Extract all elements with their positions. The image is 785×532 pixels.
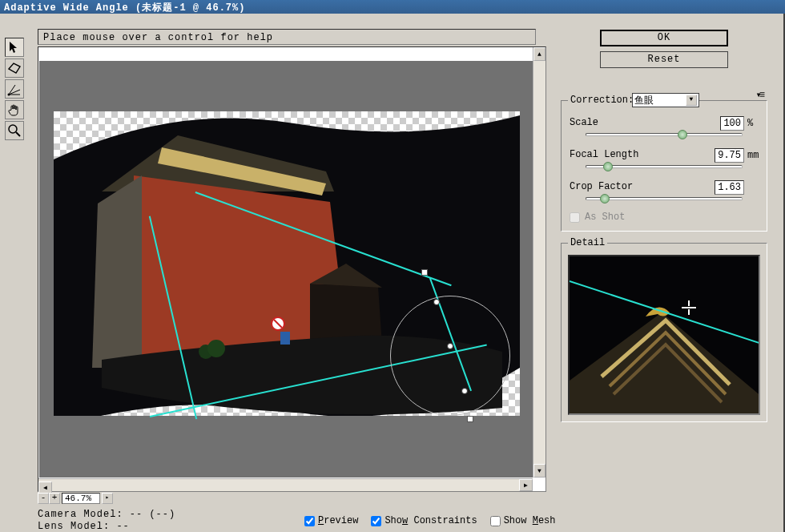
scroll-right-icon[interactable]: ▶ <box>519 479 533 491</box>
as-shot-checkbox: As Shot <box>570 212 759 223</box>
correction-select[interactable]: 鱼眼 ▼ <box>632 93 699 107</box>
detail-label: Detail <box>568 237 607 248</box>
focal-length-slider[interactable] <box>586 165 743 168</box>
canvas-panel: ▲ ▼ ◀ ▶ <box>38 46 546 492</box>
scroll-left-icon[interactable]: ◀ <box>38 482 52 494</box>
anchor-bot[interactable] <box>461 388 468 394</box>
vanishing-point-tool[interactable] <box>5 79 24 99</box>
detail-preview[interactable] <box>568 255 760 415</box>
tool-column <box>5 38 27 142</box>
svg-line-2 <box>16 132 20 136</box>
chevron-down-icon: ▼ <box>686 95 697 106</box>
correction-group: Correction: 鱼眼 ▼ Scale 100% Focal Length… <box>561 100 767 232</box>
hint-bar: Place mouse over a control for help <box>38 29 536 45</box>
focal-unit: mm <box>747 150 759 161</box>
canvas-frame[interactable] <box>39 61 533 478</box>
transparency-checker <box>54 111 520 416</box>
hint-text: Place mouse over a control for help <box>43 32 273 43</box>
hand-tool[interactable] <box>5 100 24 119</box>
footer-check-row: Preview Show Constraints Show Mesh <box>304 515 555 526</box>
scroll-up-icon[interactable]: ▲ <box>533 47 545 61</box>
svg-point-0 <box>8 94 10 96</box>
anchor-top[interactable] <box>433 299 440 305</box>
anchor-mid[interactable] <box>447 343 453 349</box>
arrow-tool[interactable] <box>5 38 24 57</box>
show-constraints-checkbox[interactable]: Show Constraints <box>371 515 477 526</box>
crop-factor-field[interactable]: 1.63 <box>715 180 744 195</box>
focal-length-field[interactable]: 9.75 <box>715 148 744 163</box>
polygon-constraint-tool[interactable] <box>5 58 24 78</box>
scale-field[interactable]: 100 <box>720 116 744 131</box>
panel-menu-icon[interactable]: ▾≡ <box>756 89 763 101</box>
model-info: Camera Model: -- (--) Lens Model: -- <box>38 509 175 532</box>
window-title: Adaptive Wide Angle (未标题-1 @ 46.7%) <box>4 2 245 14</box>
scroll-down-icon[interactable]: ▼ <box>533 464 545 478</box>
detail-group: Detail <box>561 243 767 422</box>
crop-factor-label: Crop Factor <box>570 181 633 192</box>
zoom-out-button[interactable]: - <box>38 493 49 504</box>
zoom-field[interactable]: 46.7% <box>62 493 100 504</box>
window-body: Place mouse over a control for help <box>0 14 785 532</box>
zoom-in-button[interactable]: + <box>49 493 60 504</box>
svg-point-4 <box>207 340 225 357</box>
lens-model-label: Lens Model: -- <box>38 521 175 532</box>
reset-button[interactable]: Reset <box>600 51 728 68</box>
scale-label: Scale <box>570 117 598 128</box>
crop-factor-slider[interactable] <box>586 197 743 200</box>
scale-unit: % <box>747 118 759 129</box>
svg-point-1 <box>9 125 17 133</box>
correction-label: Correction: <box>568 95 636 106</box>
title-bar: Adaptive Wide Angle (未标题-1 @ 46.7%) <box>0 0 785 14</box>
focal-length-label: Focal Length <box>570 149 638 160</box>
handle-start[interactable] <box>421 269 428 276</box>
camera-model-label: Camera Model: -- (--) <box>38 509 175 520</box>
ok-button[interactable]: OK <box>600 30 728 46</box>
show-mesh-checkbox[interactable]: Show Mesh <box>490 515 556 526</box>
move-cursor-icon <box>682 300 696 315</box>
svg-rect-7 <box>280 332 290 345</box>
preview-checkbox[interactable]: Preview <box>304 515 358 526</box>
vertical-scrollbar[interactable]: ▲ ▼ <box>533 47 545 478</box>
handle-end[interactable] <box>467 416 473 422</box>
constraint-circle[interactable] <box>390 296 510 416</box>
correction-selected: 鱼眼 <box>634 94 654 107</box>
zoom-bar: - + 46.7% ▸ <box>38 493 113 504</box>
right-column: OK Reset ▾≡ Correction: 鱼眼 ▼ Scale 100% … <box>561 30 767 422</box>
zoom-dropdown[interactable]: ▸ <box>102 493 113 504</box>
horizontal-scrollbar[interactable]: ◀ ▶ <box>38 478 533 491</box>
scale-slider[interactable] <box>586 133 743 136</box>
zoom-tool[interactable] <box>5 121 24 140</box>
